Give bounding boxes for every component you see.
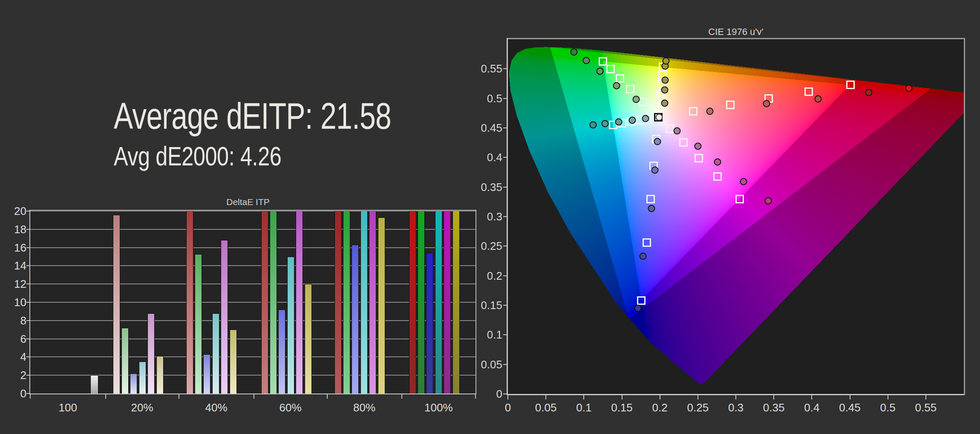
bar-xtick	[401, 394, 402, 399]
bar-ytick-label: 20	[9, 205, 26, 218]
measured-circle-magenta-40	[695, 142, 702, 150]
target-square-green-100	[599, 57, 607, 66]
cie-ytick-label: 0	[470, 388, 502, 401]
target-square-red-40	[726, 101, 735, 109]
bar-xtick	[105, 394, 106, 399]
cie-xtick	[850, 395, 850, 399]
cie-xtick-label: 0.1	[562, 401, 605, 414]
cie-plot-border-right	[964, 38, 965, 395]
bar-ytick	[26, 265, 29, 266]
bar-ytick-label: 6	[9, 333, 26, 346]
cie-ytick-label: 0.25	[470, 240, 502, 253]
cie-xtick	[622, 395, 623, 399]
bar-ytick-label: 12	[9, 278, 26, 291]
cie-ytick	[503, 305, 507, 306]
measured-circle-green-100	[570, 48, 577, 55]
measured-circle-yellow-20	[661, 100, 669, 107]
target-square-magenta-80	[713, 172, 722, 181]
bar-blue-40pct	[203, 354, 210, 393]
cie-ytick	[503, 216, 507, 217]
bar-green-20pct	[121, 328, 129, 393]
average-deitp-value: Average dEITP: 21.58	[114, 95, 391, 137]
bar-red-20pct	[113, 215, 120, 393]
cie-ytick	[503, 334, 507, 335]
bar-magenta-40pct	[221, 240, 228, 393]
cie-ytick	[503, 364, 507, 365]
bar-ytick	[26, 247, 29, 248]
measured-circle-red-60	[814, 95, 821, 102]
target-square-magenta-40	[679, 138, 688, 147]
measured-circle-yellow-40	[661, 87, 669, 94]
cie-ytick-label: 0.3	[470, 210, 502, 223]
bar-blue-80pct	[352, 245, 359, 393]
measured-circle-magenta-100	[765, 197, 772, 204]
bar-white-100	[90, 375, 98, 393]
measured-circle-red-80	[865, 89, 872, 96]
measured-circle-cyan-100	[589, 121, 597, 128]
bar-cyan-100pct	[435, 211, 442, 393]
cie-ytick	[503, 98, 507, 99]
cie-ytick	[503, 246, 507, 246]
target-square-red-20	[689, 107, 698, 116]
target-square-red-80	[804, 87, 813, 96]
bar-ytick	[26, 302, 29, 303]
measured-circle-red-100	[905, 84, 912, 92]
target-square-magenta-100	[735, 195, 744, 203]
bar-magenta-20pct	[147, 313, 155, 393]
bar-magenta-80pct	[369, 211, 376, 393]
measured-circle-yellow-100	[662, 58, 669, 65]
target-square-magenta-20	[666, 124, 674, 133]
cie-ytick	[503, 187, 507, 188]
cie-xtick	[735, 395, 736, 399]
bar-ytick	[26, 229, 29, 230]
bar-yellow-80pct	[378, 217, 385, 393]
bar-ytick	[26, 211, 29, 211]
cie-xtick	[925, 395, 926, 399]
bar-magenta-60pct	[296, 211, 303, 393]
cie-chart-title: CIE 1976 u'v'	[672, 26, 800, 38]
bar-blue-100pct	[426, 253, 433, 393]
cie-ytick	[503, 393, 507, 394]
bar-ytick-label: 4	[9, 350, 26, 364]
cie-xtick-label: 0.45	[829, 401, 871, 414]
measured-circle-cyan-20	[642, 115, 649, 122]
bar-yellow-100pct	[453, 211, 460, 393]
cie-ytick	[503, 157, 507, 158]
cie-xtick-label: 0.3	[715, 401, 757, 414]
target-square-red-100	[846, 81, 855, 89]
measured-circle-cyan-80	[602, 120, 609, 127]
measured-circle-green-40	[613, 82, 620, 90]
cie-ytick-label: 0.45	[470, 122, 502, 135]
cie-xtick	[773, 395, 774, 399]
bar-category-label: 20%	[117, 401, 168, 414]
bar-ytick-label: 0	[9, 387, 26, 400]
cie-xtick	[811, 395, 812, 399]
cie-ytick	[503, 68, 507, 69]
calman-color-report: { "page": {"background": "#303030"}, "su…	[0, 0, 980, 434]
bar-blue-60pct	[278, 310, 285, 393]
cie-ytick-label: 0.55	[470, 62, 502, 75]
measured-circle-yellow-60	[662, 76, 669, 84]
cie-ytick-label: 0.35	[470, 181, 502, 194]
bar-red-60pct	[261, 211, 268, 393]
cie-ytick	[503, 275, 507, 276]
measured-circle-magenta-80	[740, 178, 747, 185]
target-square-green-80	[606, 65, 615, 73]
bar-yellow-20pct	[156, 356, 164, 393]
target-square-green-20	[639, 98, 647, 106]
cie-xtick-label: 0.5	[867, 401, 909, 414]
bar-yellow-40pct	[230, 330, 237, 393]
bar-green-80pct	[343, 211, 350, 393]
cie-1976-uv-diagram: 00.050.10.150.20.250.30.350.40.450.50.55…	[508, 39, 964, 394]
bar-plot-bottom-border	[29, 393, 476, 394]
deltae-itp-bar-chart: 0246810121416182010020%40%60%80%100%	[30, 211, 476, 393]
cie-xtick-label: 0.05	[525, 401, 567, 414]
bar-blue-20pct	[130, 373, 137, 393]
measured-circle-green-80	[583, 57, 590, 64]
measured-circle-blue-40	[651, 166, 658, 174]
target-square-magenta-60	[695, 154, 703, 162]
measured-circle-red-40	[763, 100, 770, 107]
bar-category-label: 60%	[265, 401, 316, 414]
cie-xtick	[660, 395, 660, 399]
bar-ytick-label: 10	[9, 296, 26, 309]
